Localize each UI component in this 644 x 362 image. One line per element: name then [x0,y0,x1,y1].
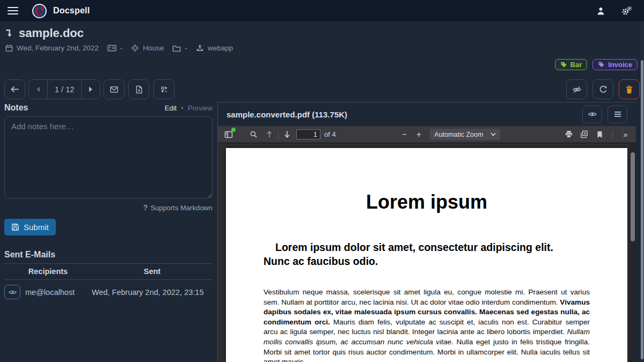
pdf-scrollbar[interactable] [630,143,636,362]
notes-heading: Notes [4,103,28,113]
qrcode-button[interactable] [153,79,174,99]
sent-emails-table: Recipients Sent me@localhost [4,264,213,304]
print-icon[interactable] [563,129,575,141]
eye-icon [9,289,17,295]
attachment-filename: sample.converted.pdf (113.75K) [226,110,347,119]
calendar-icon [5,44,13,52]
more-tools-icon[interactable]: » [619,129,631,141]
zoom-in-icon[interactable]: + [413,130,425,139]
page-up-icon[interactable] [264,129,275,141]
qrcode-icon [160,86,168,93]
add-file-button[interactable] [128,79,149,99]
attachment-menu-button[interactable] [608,106,627,123]
sent-emails-heading: Sent E-Mails [4,250,213,264]
crosshairs-icon [131,44,139,52]
sent-email-row: me@localhost Wed, February 2nd, 2022, 23… [4,280,213,305]
pdf-doc-heading: Lorem ipsum dolor sit amet, consectetur … [264,240,576,268]
bookmark-icon[interactable] [594,129,606,141]
level-down-icon [5,29,13,38]
cogs-icon[interactable] [621,6,632,16]
search-icon[interactable] [247,129,259,141]
question-icon: ? [143,203,148,212]
file-upload-icon [135,85,143,94]
recipient-address: me@localhost [25,288,75,297]
pdf-doc-title: Lorem ipsum [226,191,627,213]
address-card-icon [107,44,116,52]
item-title-row: sample.doc [5,26,84,40]
col-sent: Sent [92,264,213,280]
pdf-viewer: Lorem ipsum Lorem ipsum dolor sit amet, … [218,143,636,362]
back-button[interactable] [4,79,25,99]
chevron-left-icon [36,86,40,92]
item-source: webapp [196,44,233,52]
page-scrollbar-thumb[interactable] [641,60,643,359]
item-person: House [131,44,164,52]
eye-slash-icon [572,85,582,94]
item-pagination: 1 / 12 [28,79,100,99]
pdf-doc-body: Vestibulum neque massa, scelerisque sit … [264,287,590,362]
send-mail-button[interactable] [104,79,125,99]
unconfirm-button[interactable] [566,79,587,99]
menu-icon [614,111,621,117]
submit-notes-button[interactable]: Submit [4,219,56,235]
view-mail-button[interactable] [4,285,20,299]
item-meta-row: Wed, February 2nd, 2022 - House - webapp [5,44,237,52]
tag-badge-bar[interactable]: Bar [555,59,588,70]
chevron-right-icon [89,86,93,92]
sidebar-toggle-icon[interactable] [223,129,235,141]
pagination-label: 1 / 12 [47,80,81,99]
notes-edit-link[interactable]: Edit [165,104,177,112]
tag-badge-invoice[interactable]: Invoice [592,59,638,70]
attachment-panel: sample.converted.pdf (113.75K) [217,102,636,362]
tag-icon [598,61,605,68]
top-navbar: C Docspell [0,0,644,21]
page-number-input[interactable] [296,129,320,139]
envelope-icon [109,86,119,93]
save-icon [11,223,19,231]
notes-panel: Notes Edit • Preview ?Supports Markdown … [4,103,213,304]
page-down-icon[interactable] [281,129,293,141]
app-title: Docspell [53,6,90,16]
download-icon[interactable] [579,129,590,141]
upload-icon [196,44,204,52]
zoom-out-icon[interactable]: − [398,130,410,139]
folder-icon [172,45,181,52]
item-title: sample.doc [19,26,84,40]
prev-item-button[interactable] [29,80,47,99]
docspell-logo[interactable]: C [32,4,47,18]
pdf-page: Lorem ipsum Lorem ipsum dolor sit amet, … [226,148,627,362]
page-scrollbar[interactable] [640,21,644,362]
item-toolbar: 1 / 12 [4,79,640,99]
reprocess-button[interactable] [592,79,613,99]
pdf-toolbar: of 4 − + Automatic Zoom [218,126,636,143]
attachment-header: sample.converted.pdf (113.75K) [218,102,636,126]
refresh-icon [599,85,608,94]
page-count-label: of 4 [324,130,336,138]
notes-preview-link[interactable]: Preview [188,104,213,112]
trash-icon [625,85,633,94]
notes-input[interactable] [4,116,213,198]
docspell-app: C Docspell sample.doc Wed, Febru [0,0,644,362]
user-icon[interactable] [596,6,605,16]
back-arrow-icon [10,85,19,93]
markdown-hint: ?Supports Markdown [4,203,213,212]
sent-timestamp: Wed, February 2nd, 2022, 23:15 [92,280,213,305]
tag-list: Bar Invoice [555,59,638,70]
zoom-select[interactable]: Automatic Zoom [430,129,500,140]
item-date: Wed, February 2nd, 2022 [5,44,99,52]
attachment-view-button[interactable] [582,106,602,123]
item-folder: - [172,44,187,52]
tag-icon [560,61,567,68]
delete-button[interactable] [619,79,640,99]
hamburger-menu-icon[interactable] [8,5,18,17]
chevron-down-icon [491,132,496,136]
next-item-button[interactable] [81,80,100,99]
col-recipients: Recipients [4,264,92,280]
pdf-scrollbar-thumb[interactable] [631,152,635,241]
eye-icon [588,111,597,117]
item-correspondent: - [107,44,123,52]
notification-dot [231,128,236,132]
